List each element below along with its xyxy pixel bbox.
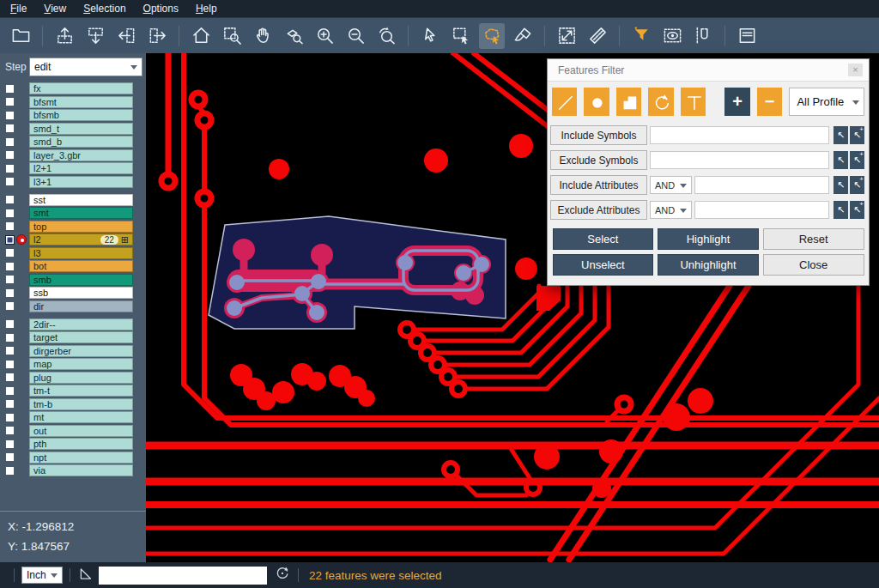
layer-name-bar[interactable]: fx	[29, 82, 133, 94]
layer-checkbox[interactable]	[5, 97, 15, 106]
layer-name-bar[interactable]: out	[29, 425, 133, 437]
zoom-object-button[interactable]	[281, 23, 306, 49]
layer-name-bar[interactable]: ssb	[29, 287, 133, 299]
layer-name-bar[interactable]: l2+1	[29, 162, 133, 174]
filter-label-button[interactable]: Exclude Attributes	[550, 200, 647, 220]
select-button[interactable]: Select	[553, 228, 654, 250]
layer-table-icon[interactable]: ⊞	[121, 235, 129, 245]
layer-checkbox[interactable]	[5, 248, 15, 258]
dlg-arc-button[interactable]	[648, 88, 673, 116]
close-button[interactable]: Close	[763, 254, 864, 276]
dlg-text-button[interactable]	[681, 88, 706, 116]
select-polygon-button[interactable]	[479, 23, 505, 49]
layer-name-bar[interactable]: bfsmb	[29, 109, 133, 121]
layer-name-bar[interactable]: sst	[29, 194, 133, 206]
move-down-button[interactable]	[82, 23, 108, 49]
layer-checkbox[interactable]	[5, 288, 15, 298]
filter-button[interactable]	[628, 23, 654, 49]
layer-checkbox[interactable]	[5, 150, 15, 160]
layer-name-bar[interactable]: plug	[29, 372, 133, 384]
layer-checkbox[interactable]	[5, 319, 15, 329]
filter-value-field[interactable]	[650, 151, 829, 169]
filter-label-button[interactable]: Include Symbols	[550, 125, 647, 145]
view-options-button[interactable]	[659, 23, 685, 49]
zoom-previous-button[interactable]	[373, 23, 399, 49]
unselect-button[interactable]: Unselect	[553, 254, 654, 276]
layer-checkbox[interactable]	[5, 195, 15, 204]
zoom-area-button[interactable]	[219, 23, 245, 49]
snap-angle-icon[interactable]	[77, 566, 94, 585]
layer-name-bar[interactable]: via	[29, 464, 133, 476]
layer-name-bar[interactable]: smd_t	[29, 123, 133, 135]
and-or-select[interactable]: AND	[650, 201, 692, 219]
layer-name-bar[interactable]: smt	[29, 207, 133, 219]
layer-name-bar[interactable]: bot	[29, 260, 133, 272]
open-button[interactable]	[8, 23, 33, 49]
zoom-out-button[interactable]	[343, 23, 368, 49]
layer-name-bar[interactable]: 2dir--	[29, 318, 133, 330]
home-button[interactable]	[188, 23, 214, 49]
pick-from-canvas-button[interactable]: ↖	[834, 151, 848, 169]
layer-name-bar[interactable]: tm-t	[29, 385, 133, 397]
layer-checkbox[interactable]	[5, 164, 15, 173]
menu-file[interactable]: File	[2, 1, 35, 16]
layer-checkbox[interactable]	[5, 386, 15, 396]
layer-name-bar[interactable]: smd_b	[29, 136, 133, 148]
layer-checkbox[interactable]	[5, 262, 15, 271]
measure-button[interactable]	[554, 23, 579, 49]
dlg-pad-button[interactable]	[584, 88, 609, 116]
move-up-button[interactable]	[52, 23, 77, 49]
clean-button[interactable]	[510, 23, 536, 49]
layer-checkbox[interactable]	[5, 333, 15, 342]
filter-label-button[interactable]: Include Attributes	[550, 175, 647, 195]
menu-view[interactable]: View	[35, 1, 75, 16]
layer-checkbox[interactable]	[5, 439, 15, 449]
layer-name-bar[interactable]: smb	[29, 274, 133, 286]
layer-checkbox[interactable]	[5, 399, 15, 409]
command-input[interactable]	[99, 567, 267, 585]
layer-checkbox[interactable]	[5, 466, 15, 476]
layer-checkbox[interactable]	[5, 221, 15, 231]
snap-button[interactable]	[690, 23, 716, 49]
pick-from-canvas-button[interactable]: ↖	[834, 176, 848, 194]
layer-name-bar[interactable]: layer_3.gbr	[29, 149, 133, 161]
menu-selection[interactable]: Selection	[75, 1, 134, 16]
zoom-in-button[interactable]	[312, 23, 337, 49]
layer-checkbox[interactable]	[5, 235, 15, 245]
filter-value-field[interactable]	[650, 126, 829, 144]
dlg-plus-button[interactable]: +	[724, 88, 749, 116]
layer-checkbox[interactable]	[5, 301, 15, 311]
select-cursor-button[interactable]	[417, 23, 443, 49]
filter-value-field[interactable]	[694, 176, 829, 194]
layer-checkbox[interactable]	[5, 426, 15, 435]
filter-value-field[interactable]	[694, 201, 829, 219]
close-icon[interactable]: ×	[848, 64, 863, 76]
menu-options[interactable]: Options	[135, 1, 187, 16]
step-select[interactable]: edit	[29, 58, 142, 76]
and-or-select[interactable]: AND	[650, 176, 692, 194]
layer-checkbox[interactable]	[5, 373, 15, 382]
layers-panel-button[interactable]	[734, 23, 760, 49]
layer-checkbox[interactable]	[5, 137, 15, 147]
reset-button[interactable]: Reset	[763, 228, 864, 250]
unit-select[interactable]: Inch	[21, 567, 63, 584]
layer-checkbox[interactable]	[5, 413, 15, 422]
dialog-title-bar[interactable]: Features Filter ×	[548, 59, 869, 82]
dlg-line-button[interactable]	[552, 88, 577, 116]
pick-add-button[interactable]: ↖+	[850, 126, 864, 144]
filter-label-button[interactable]: Exclude Symbols	[550, 150, 647, 170]
layer-checkbox[interactable]	[5, 124, 15, 133]
pick-add-button[interactable]: ↖+	[850, 176, 864, 194]
pick-add-button[interactable]: ↖+	[850, 201, 864, 219]
highlight-button[interactable]: Highlight	[658, 228, 759, 250]
layer-name-bar[interactable]: l3+1	[29, 176, 133, 188]
pick-add-button[interactable]: ↖+	[850, 151, 864, 169]
layer-checkbox[interactable]	[5, 177, 15, 186]
layer-name-bar[interactable]: bfsmt	[29, 96, 133, 108]
move-right-button[interactable]	[144, 23, 170, 49]
layer-checkbox[interactable]	[5, 360, 15, 369]
layer-name-bar[interactable]: top	[29, 221, 133, 233]
layer-name-bar[interactable]: pth	[29, 438, 133, 450]
layer-name-bar[interactable]: l3	[29, 247, 133, 259]
layer-checkbox[interactable]	[5, 209, 15, 218]
